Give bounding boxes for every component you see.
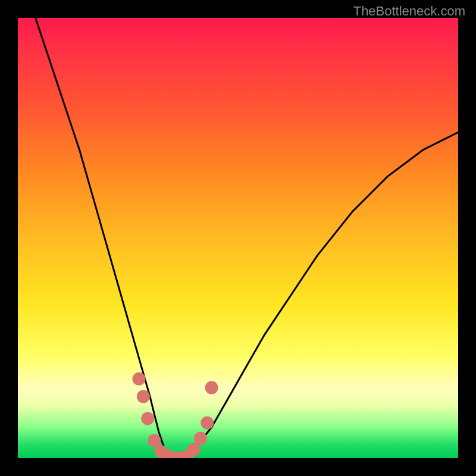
highlight-dot <box>141 412 154 425</box>
highlight-dot <box>137 390 150 403</box>
watermark-text: TheBottleneck.com <box>353 4 465 19</box>
highlight-dot <box>133 372 146 386</box>
bottleneck-curve-path <box>36 18 458 458</box>
chart-plot-area <box>18 18 458 458</box>
highlight-dot <box>148 434 161 447</box>
highlight-markers <box>133 372 218 458</box>
highlight-dot <box>201 416 214 430</box>
highlight-dot <box>205 381 218 394</box>
bottleneck-curve-svg <box>18 18 458 458</box>
highlight-dot <box>187 443 201 456</box>
highlight-dot <box>194 432 207 445</box>
